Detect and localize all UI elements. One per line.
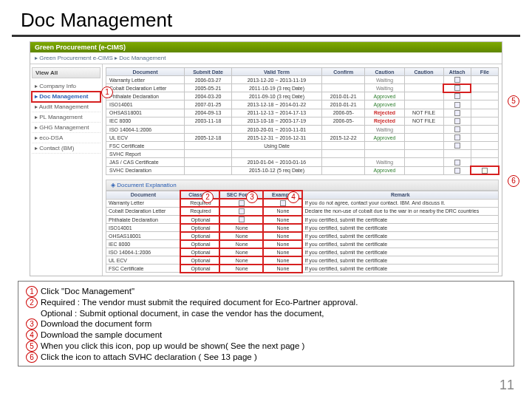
cell: None: [263, 240, 302, 248]
cell[interactable]: [443, 142, 471, 150]
cell: 2011-09-10 (3 req Date): [231, 92, 321, 100]
cell: Approved: [365, 92, 404, 100]
callout-1: 1: [101, 86, 113, 98]
table-row: JAS / CAS Certificate2010-01-04 ~ 2010-0…: [106, 158, 499, 166]
cell: [322, 150, 365, 158]
cell: If you certified, submit the certificate: [302, 240, 499, 248]
cell: JAS / CAS Certificate: [106, 158, 185, 166]
instruction-marker: 2: [26, 297, 38, 308]
cell: Phthalate Declaration: [106, 216, 181, 224]
attach-icon[interactable]: [454, 126, 460, 132]
cell: If you certified, submit the certificate: [302, 265, 499, 273]
cell: [185, 158, 232, 166]
cell: Approved: [365, 100, 404, 109]
instruction-marker: 6: [26, 352, 38, 363]
col-header: File: [471, 68, 498, 76]
instruction-text: When you click this icon, pop up would b…: [41, 341, 304, 351]
attach-icon[interactable]: [454, 110, 460, 116]
cell: [404, 125, 443, 133]
attach-icon[interactable]: [454, 102, 460, 108]
cell: 2005-12-18: [185, 134, 232, 142]
cell: [471, 134, 498, 142]
cell: ISO 14064-1:2006: [106, 248, 181, 256]
col-header: Attach: [443, 68, 471, 76]
cell: If you certified, submit the certificate: [302, 232, 499, 240]
cell: Optional: [180, 224, 219, 232]
table-row: ISO 14064-1:2006OptionalNoneNoneIf you c…: [106, 248, 499, 256]
instruction-marker: 3: [26, 318, 38, 330]
cell: [219, 216, 262, 224]
cell[interactable]: [443, 109, 471, 117]
cell: Optional: [180, 232, 219, 240]
cell: [219, 207, 262, 215]
cell: UL ECV: [106, 134, 185, 142]
attach-icon[interactable]: [454, 134, 460, 140]
cell: [471, 142, 498, 150]
cell[interactable]: [443, 125, 471, 133]
cell: Waiting: [365, 158, 404, 166]
cell: Phthalate Declaration: [106, 92, 185, 100]
table-row: Cobalt Declaration Letter2005-05-212011-…: [106, 84, 499, 92]
cell: If you certified, submit the certificate: [302, 224, 499, 232]
attach-icon[interactable]: [454, 118, 460, 124]
cell[interactable]: [471, 166, 498, 174]
cell: [404, 158, 443, 166]
cell: 2003-11-18: [185, 117, 232, 125]
attach-icon[interactable]: [454, 160, 460, 166]
cell: None: [263, 207, 302, 215]
cell[interactable]: [443, 134, 471, 142]
cell: 2006-03-27: [185, 76, 232, 84]
explanation-table: DocumentClass/RelSEC FormatExampleRemark…: [106, 191, 499, 273]
cell[interactable]: [443, 76, 471, 84]
instruction-marker: 5: [26, 341, 38, 352]
download-icon[interactable]: [239, 208, 245, 214]
attach-icon[interactable]: [454, 143, 460, 149]
instruction-text: Click "Doc Management": [41, 286, 134, 296]
download-icon[interactable]: [239, 216, 245, 222]
attach-icon[interactable]: [454, 93, 460, 99]
cell: 2013-12-18 ~ 2014-01-22: [231, 100, 321, 109]
sidebar-item-4[interactable]: ▸ GHG Management: [32, 123, 100, 133]
sidebar-item-3[interactable]: ▸ PL Management: [32, 112, 100, 123]
cell: None: [263, 256, 302, 265]
explanation-header: ◈ Document Explanation: [106, 180, 499, 191]
cell[interactable]: [443, 117, 471, 125]
table-row: Warranty LetterRequiredIf you do not agr…: [106, 199, 499, 207]
cell: UL ECV: [106, 256, 181, 265]
col-header: Remark: [302, 191, 499, 199]
table-row: Phthalate Declaration2004-03-202011-09-1…: [106, 92, 499, 100]
cell: [404, 92, 443, 100]
instruction-row: 4Download the sample document: [26, 330, 506, 341]
table-row: OHSAS180012004-09-132011-12-13 ~ 2014-17…: [106, 109, 499, 117]
cell: OHSAS18001: [106, 232, 181, 240]
download-icon[interactable]: [239, 200, 245, 206]
col-header: Submit Date: [185, 68, 232, 76]
cell[interactable]: [443, 158, 471, 166]
attach-icon[interactable]: [454, 85, 460, 91]
cell: Declare the non-use of cobalt due to the…: [302, 207, 499, 215]
download-icon[interactable]: [280, 200, 286, 206]
sidebar-item-5[interactable]: ▸ eco-DSA: [32, 133, 100, 143]
cell[interactable]: [443, 100, 471, 109]
cell: [185, 166, 232, 174]
attach-icon[interactable]: [454, 168, 460, 174]
sidebar-header: View All: [32, 67, 100, 78]
sidebar-item-1[interactable]: ▸ Doc Management: [32, 92, 100, 102]
attach-icon[interactable]: [454, 77, 460, 83]
sidebar-item-6[interactable]: ▸ Contact (BM): [32, 143, 100, 154]
sidebar-item-2[interactable]: ▸ Audit Management: [32, 102, 100, 112]
cell[interactable]: [443, 166, 471, 174]
cell[interactable]: [443, 84, 471, 92]
file-icon[interactable]: [482, 168, 488, 174]
cell: ISO14001: [106, 100, 185, 109]
cell: [471, 76, 498, 84]
instruction-row: 3Download the document form: [26, 318, 506, 330]
table-row: SVHC Report: [106, 150, 499, 158]
table-row: IEC 8000OptionalNoneNoneIf you certified…: [106, 240, 499, 248]
cell: Warranty Letter: [106, 199, 181, 207]
sidebar-item-0[interactable]: ▸ Company Info: [32, 81, 100, 92]
instruction-text: Required : The vendor must submit the re…: [41, 297, 358, 318]
cell: IEC 8000: [106, 117, 185, 125]
cell[interactable]: [443, 92, 471, 100]
table-row: FSC CertificateOptionalNoneNoneIf you ce…: [106, 265, 499, 273]
